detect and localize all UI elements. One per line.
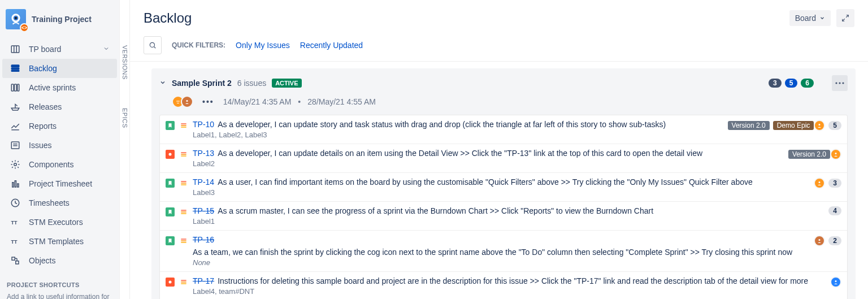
sprint-avatars[interactable] bbox=[172, 96, 193, 108]
code-badge-icon: <> bbox=[20, 23, 29, 32]
project-header: <> Training Project bbox=[0, 0, 119, 37]
version-badge[interactable]: Version 2.0 bbox=[788, 150, 830, 159]
version-badge[interactable]: Version 2.0 bbox=[728, 121, 770, 130]
issue-summary: As a scrum master, I can see the progres… bbox=[218, 206, 653, 215]
search-button[interactable] bbox=[144, 36, 162, 54]
assignee-avatar[interactable] bbox=[830, 149, 841, 160]
issue-key-link[interactable]: TP-16 bbox=[193, 235, 214, 244]
issue-right: 3 bbox=[814, 177, 841, 189]
assignee-avatar[interactable] bbox=[814, 235, 825, 246]
issue-right bbox=[830, 276, 841, 288]
sidebar-item-objects[interactable]: Objects bbox=[2, 251, 117, 270]
issue-summary: As a developer, I can update details on … bbox=[218, 149, 702, 158]
main: Backlog Board QUICK FILTERS: Only My Iss… bbox=[130, 0, 868, 299]
priority-icon bbox=[179, 278, 188, 287]
sidebar-item-timesheets[interactable]: Timesheets bbox=[2, 193, 117, 213]
sprint-toggle[interactable] bbox=[159, 79, 166, 88]
priority-icon bbox=[179, 150, 188, 159]
more-icon bbox=[835, 82, 844, 84]
priority-icon bbox=[179, 121, 188, 130]
epic-badge[interactable]: Demo Epic bbox=[773, 121, 814, 130]
filter-recently-updated[interactable]: Recently Updated bbox=[300, 41, 363, 50]
priority-icon bbox=[179, 179, 188, 188]
epics-tab[interactable]: EPICS bbox=[121, 108, 128, 128]
svg-rect-16 bbox=[12, 183, 14, 187]
svg-rect-18 bbox=[18, 184, 19, 187]
main-header: Backlog Board bbox=[130, 0, 868, 31]
backlog-content: Sample Sprint 2 6 issues ACTIVE 3 5 6 bbox=[130, 62, 868, 299]
issue-key-link[interactable]: TP-14 bbox=[193, 177, 214, 187]
svg-rect-8 bbox=[11, 70, 19, 71]
sidebar-item-label: TP board bbox=[29, 45, 61, 54]
assignee-avatar[interactable] bbox=[830, 276, 841, 288]
pill-done: 6 bbox=[801, 79, 814, 88]
sprint-more-button[interactable] bbox=[832, 75, 848, 91]
sidebar-item-project-timesheet[interactable]: Project Timesheet bbox=[2, 174, 117, 193]
sidebar-item-reports[interactable]: Reports bbox=[2, 116, 117, 136]
search-icon bbox=[149, 41, 157, 49]
issue-summary: Instructions for deleting this sample bo… bbox=[218, 276, 808, 285]
filter-only-my-issues[interactable]: Only My Issues bbox=[236, 41, 290, 50]
svg-point-35 bbox=[186, 100, 188, 102]
issue-row[interactable]: TP-13As a developer, I can update detail… bbox=[160, 144, 847, 173]
page-title: Backlog bbox=[144, 10, 192, 26]
chevron-down-icon bbox=[819, 15, 825, 21]
issue-right: Version 2.0Demo Epic5 bbox=[728, 120, 841, 131]
sidebar-item-stm-templates[interactable]: TT STM Templates bbox=[2, 232, 117, 251]
issue-row[interactable]: TP-15As a scrum master, I can see the pr… bbox=[160, 202, 847, 231]
sidebar-item-label: Releases bbox=[29, 102, 62, 111]
priority-icon bbox=[179, 236, 188, 245]
svg-rect-10 bbox=[15, 84, 17, 91]
issue-key-link[interactable]: TP-13 bbox=[193, 149, 214, 158]
board-dropdown[interactable]: Board bbox=[789, 10, 831, 26]
sidebar-item-stm-executors[interactable]: TT STM Executors bbox=[2, 213, 117, 232]
assignee-avatar[interactable] bbox=[814, 120, 825, 131]
graph-icon bbox=[10, 120, 21, 132]
issue-key-link[interactable]: TP-17 bbox=[193, 276, 214, 285]
sidebar-item-active-sprints[interactable]: Active sprints bbox=[2, 78, 117, 97]
sidebar-item-components[interactable]: Components bbox=[2, 155, 117, 174]
issue-row[interactable]: TP-10As a developer, I can update story … bbox=[160, 115, 847, 144]
sidebar-item-label: STM Executors bbox=[29, 218, 83, 227]
versions-tab[interactable]: VERSIONS bbox=[121, 45, 128, 80]
issue-labels: Label1 bbox=[193, 215, 824, 226]
svg-point-15 bbox=[14, 163, 17, 166]
sidebar-item-tp-board[interactable]: TP board bbox=[2, 40, 117, 59]
issue-type-icon bbox=[166, 179, 175, 188]
sidebar-item-label: Components bbox=[29, 160, 73, 169]
ship-icon bbox=[10, 101, 21, 112]
issue-labels: Label3 bbox=[193, 187, 809, 197]
pill-inprogress: 5 bbox=[785, 79, 798, 88]
project-shortcuts: PROJECT SHORTCUTS Add a link to useful i… bbox=[0, 281, 119, 299]
fullscreen-button[interactable] bbox=[836, 9, 854, 27]
component-icon bbox=[10, 159, 21, 170]
svg-point-55 bbox=[819, 239, 821, 241]
columns-icon bbox=[10, 82, 21, 93]
issue-key-link[interactable]: TP-10 bbox=[193, 120, 214, 129]
sprint-end-date: 28/May/21 4:55 AM bbox=[307, 97, 376, 106]
priority-icon bbox=[179, 207, 188, 216]
chevron-down-icon bbox=[103, 45, 110, 54]
project-avatar: <> bbox=[6, 9, 26, 29]
svg-point-48 bbox=[819, 181, 821, 183]
svg-point-34 bbox=[179, 101, 180, 102]
issue-type-icon bbox=[166, 207, 175, 216]
svg-rect-9 bbox=[11, 84, 14, 91]
sidebar-item-issues[interactable]: Issues bbox=[2, 136, 117, 155]
sidebar-item-backlog[interactable]: Backlog bbox=[2, 59, 117, 78]
assignee-avatar[interactable] bbox=[814, 177, 825, 189]
estimate-badge: 4 bbox=[828, 206, 841, 215]
avatar bbox=[181, 96, 193, 108]
estimate-badge: 2 bbox=[828, 236, 841, 245]
assignee-more-button[interactable]: ••• bbox=[200, 97, 216, 106]
svg-rect-3 bbox=[11, 46, 19, 53]
issue-row[interactable]: TP-14As a user, I can find important ite… bbox=[160, 173, 847, 202]
issue-key-link[interactable]: TP-15 bbox=[193, 206, 214, 215]
issue-summary: As a developer, I can update story and t… bbox=[218, 120, 666, 129]
sidebar-item-releases[interactable]: Releases bbox=[2, 97, 117, 116]
filters-row: QUICK FILTERS: Only My Issues Recently U… bbox=[130, 31, 868, 62]
sidebar-nav: TP board Backlog Active sprints Releases… bbox=[0, 37, 119, 272]
svg-point-40 bbox=[169, 153, 172, 156]
issue-row[interactable]: TP-17Instructions for deleting this samp… bbox=[160, 272, 847, 299]
issue-row[interactable]: TP-16As a team, we can finish the sprint… bbox=[160, 231, 847, 272]
